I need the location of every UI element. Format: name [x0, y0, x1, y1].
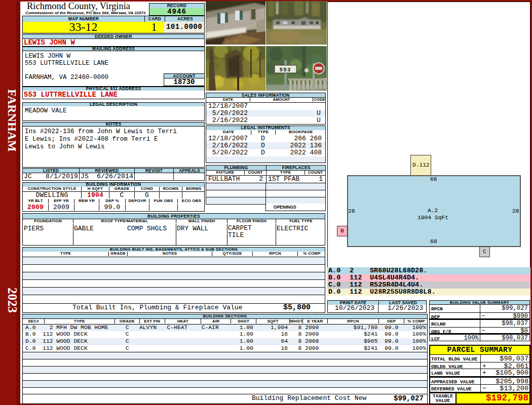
svg-text:553: 553: [280, 67, 291, 73]
